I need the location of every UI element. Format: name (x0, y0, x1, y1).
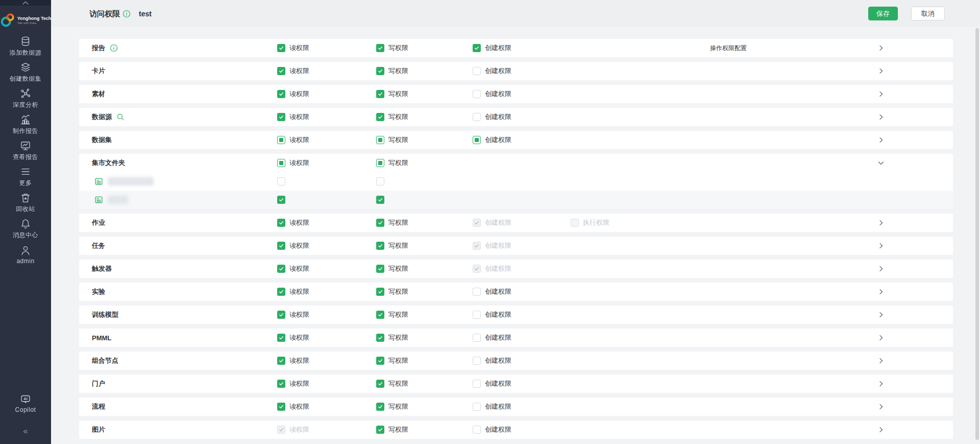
sidebar-item-make-report[interactable]: 制作报告 (0, 111, 51, 137)
checkbox-write[interactable] (376, 403, 384, 411)
checkbox-label: 读权限 (289, 425, 309, 434)
checkbox-read[interactable] (277, 177, 285, 185)
chevron-right-icon[interactable] (877, 67, 885, 75)
checkbox-label: 读权限 (289, 66, 309, 76)
permission-row-task: 任务读权限写权限创建权限 (79, 237, 953, 255)
checkbox-read[interactable] (277, 334, 285, 342)
checkbox-read[interactable] (277, 357, 285, 365)
sidebar-item-deep-analysis[interactable]: 深度分析 (0, 85, 51, 111)
checkbox-read[interactable] (277, 90, 285, 98)
chevron-right-icon[interactable] (877, 265, 885, 273)
sidebar-item-admin[interactable]: admin (0, 242, 51, 268)
scrollbar-thumb[interactable] (975, 28, 979, 440)
row-label: 集市文件夹 (92, 158, 125, 168)
bar-chart-icon (20, 114, 31, 125)
checkbox-read[interactable] (277, 196, 285, 204)
checkbox-create[interactable] (473, 90, 481, 98)
chevron-right-icon[interactable] (877, 403, 885, 411)
sidebar-item-label: 制作报告 (13, 127, 38, 135)
sidebar-item-copilot[interactable]: AI Copilot (0, 390, 51, 416)
checkbox-write[interactable] (376, 113, 384, 121)
checkbox-read[interactable] (277, 44, 285, 52)
checkbox-create[interactable] (473, 426, 481, 434)
chevron-down-icon[interactable] (877, 159, 885, 167)
checkbox-write[interactable] (376, 334, 384, 342)
chevron-right-icon[interactable] (877, 219, 885, 227)
checkbox-label: 写权限 (388, 379, 408, 388)
checkbox-write[interactable] (376, 67, 384, 75)
checkbox-create[interactable] (473, 357, 481, 365)
checkbox-create[interactable] (473, 288, 481, 296)
sidebar-item-more[interactable]: 更多 (0, 163, 51, 190)
sidebar-item-recycle-bin[interactable]: 回收站 (0, 190, 51, 216)
checkbox-write[interactable] (376, 288, 384, 296)
checkbox-create[interactable] (473, 334, 481, 342)
chevron-right-icon[interactable] (877, 242, 885, 250)
info-icon[interactable] (110, 44, 118, 52)
checkbox-create[interactable] (473, 311, 481, 319)
sidebar-item-add-datasource[interactable]: 添加数据源 (0, 33, 51, 59)
checkbox-write[interactable] (376, 357, 384, 365)
sidebar-collapse-left[interactable]: « (0, 424, 51, 439)
chevron-right-icon[interactable] (877, 311, 885, 319)
menu-icon (20, 166, 31, 177)
permission-row-datasource: 数据源读权限写权限创建权限 (79, 108, 953, 126)
info-icon[interactable] (122, 10, 131, 18)
chevron-right-icon[interactable] (877, 90, 885, 98)
search-icon[interactable] (116, 113, 125, 121)
checkbox-create[interactable] (473, 380, 481, 388)
checkbox-read[interactable] (277, 311, 285, 319)
sidebar-item-view-report[interactable]: 查看报告 (0, 137, 51, 163)
checkbox-write[interactable] (376, 242, 384, 250)
checkbox-write[interactable] (376, 90, 384, 98)
checkbox-create[interactable] (473, 136, 481, 144)
market-file-icon (94, 196, 103, 204)
checkbox-label: 读权限 (289, 218, 309, 227)
checkbox-write[interactable] (376, 219, 384, 227)
sidebar-item-message-center[interactable]: 消息中心 (0, 216, 51, 242)
permission-rows: 报告读权限写权限创建权限操作权限配置卡片读权限写权限创建权限素材读权限写权限创建… (79, 27, 953, 439)
checkbox-read[interactable] (277, 136, 285, 144)
checkbox-read[interactable] (277, 67, 285, 75)
checkbox-write[interactable] (376, 380, 384, 388)
checkbox-read[interactable] (277, 265, 285, 273)
checkbox-read[interactable] (277, 403, 285, 411)
permission-row-process: 流程读权限写权限创建权限 (79, 398, 953, 416)
chevron-right-icon[interactable] (877, 357, 885, 365)
sidebar-collapse-up[interactable] (0, 0, 51, 6)
chevron-right-icon[interactable] (877, 44, 885, 52)
checkbox-create[interactable] (473, 113, 481, 121)
save-button[interactable]: 保存 (868, 7, 898, 20)
sidebar-item-create-dataset[interactable]: 创建数据集 (0, 59, 51, 85)
checkbox-read[interactable] (277, 113, 285, 121)
checkbox-read[interactable] (277, 242, 285, 250)
checkbox-write[interactable] (376, 44, 384, 52)
checkbox-write[interactable] (376, 159, 384, 167)
row-label: 素材 (92, 89, 105, 99)
checkbox-read[interactable] (277, 380, 285, 388)
chevron-right-icon[interactable] (877, 136, 885, 144)
checkbox-write[interactable] (376, 177, 384, 185)
chevron-right-icon[interactable] (877, 288, 885, 296)
permission-row-dataset: 数据集读权限写权限创建权限 (79, 131, 953, 149)
checkbox-read[interactable] (277, 288, 285, 296)
checkbox-write[interactable] (376, 196, 384, 204)
checkbox-label: 读权限 (289, 135, 309, 145)
double-chevron-left-icon: « (23, 426, 28, 436)
checkbox-read[interactable] (277, 159, 285, 167)
cancel-button[interactable]: 取消 (911, 7, 945, 20)
checkbox-write[interactable] (376, 426, 384, 434)
chevron-right-icon[interactable] (877, 113, 885, 121)
checkbox-write[interactable] (376, 311, 384, 319)
operation-permission-config-link[interactable]: 操作权限配置 (710, 44, 747, 53)
chevron-right-icon[interactable] (877, 334, 885, 342)
checkbox-create[interactable] (473, 44, 481, 52)
sidebar-item-label: 添加数据源 (10, 49, 42, 57)
checkbox-read[interactable] (277, 219, 285, 227)
chevron-right-icon[interactable] (877, 380, 885, 388)
chevron-right-icon[interactable] (877, 426, 885, 434)
checkbox-create[interactable] (473, 403, 481, 411)
checkbox-create[interactable] (473, 67, 481, 75)
checkbox-write[interactable] (376, 265, 384, 273)
checkbox-write[interactable] (376, 136, 384, 144)
